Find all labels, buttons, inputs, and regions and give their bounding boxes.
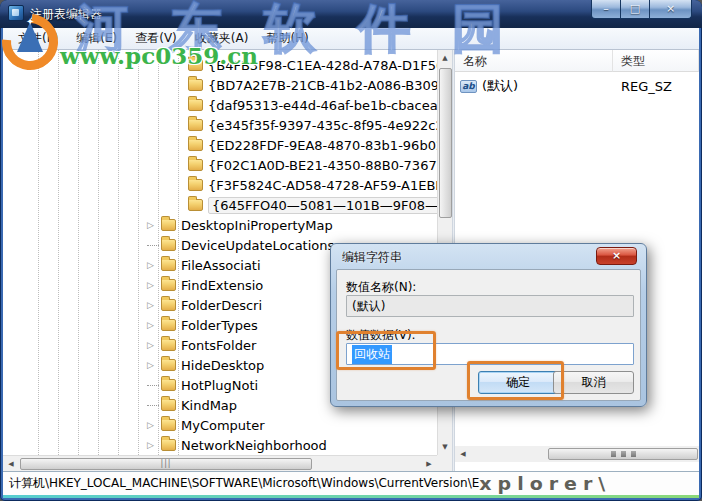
tree-item[interactable]: ▷MyComputer xyxy=(3,415,437,435)
list-horizontal-scrollbar[interactable]: ◀ xyxy=(455,446,699,462)
tree-item-label: FileAssociati xyxy=(181,258,261,273)
folder-icon xyxy=(161,419,176,431)
close-button[interactable]: × xyxy=(650,0,692,19)
status-path-watermark: xplorer\ xyxy=(479,473,611,493)
tree-item-label: NetworkNeighborhood xyxy=(181,438,327,453)
value-name-text: (默认) xyxy=(482,77,518,95)
string-value-icon: ab xyxy=(460,80,477,93)
selected-tree-item-highlight: {645FFO40—5081—101B—9F08—00 xyxy=(208,197,437,214)
tree-item[interactable]: {F3F5824C-AD58-4728-AF59-A1EBE3 xyxy=(3,175,437,195)
scroll-left-icon[interactable]: ◀ xyxy=(455,450,471,458)
maximize-button[interactable]: □ xyxy=(621,0,650,19)
menu-item[interactable]: 文件(F) xyxy=(9,27,67,50)
column-header-name[interactable]: 名称 xyxy=(455,50,613,72)
folder-icon xyxy=(161,279,176,291)
registry-editor-window: 注册表编辑器 – □ × 文件(F)编辑(E)查看(V)收藏夹(A)帮助(H) … xyxy=(0,0,702,501)
tree-item-label: FolderTypes xyxy=(181,318,258,333)
value-type-text: REG_SZ xyxy=(613,79,699,94)
list-header: 名称 类型 xyxy=(455,50,699,72)
tree-item-label: FolderDescri xyxy=(181,298,262,313)
folder-icon xyxy=(188,159,203,171)
folder-icon xyxy=(161,219,176,231)
value-name-label: 数值名称(N): xyxy=(346,279,416,296)
tree-item[interactable]: {F02C1A0D-BE21-4350-88B0-7367F0 xyxy=(3,155,437,175)
folder-icon xyxy=(161,399,176,411)
folder-icon xyxy=(161,239,176,251)
expand-arrow-icon[interactable]: ▷ xyxy=(147,300,161,310)
tree-item[interactable]: {ED228FDF-9EA8-4870-83b1-96b020 xyxy=(3,135,437,155)
folder-icon xyxy=(188,139,203,151)
tree-connector xyxy=(147,245,159,246)
folder-icon xyxy=(188,199,203,211)
expand-arrow-icon[interactable]: ▷ xyxy=(147,360,161,370)
tree-item[interactable]: {645FFO40—5081—101B—9F08—00 xyxy=(3,195,437,215)
tree-item[interactable]: {BD7A2E7B-21CB-41b2-A086-B3096 xyxy=(3,75,437,95)
tree-connector xyxy=(147,405,159,406)
tree-item[interactable]: {e345f35f-9397-435c-8f95-4e922c26 xyxy=(3,115,437,135)
app-icon xyxy=(8,5,24,21)
scroll-up-icon[interactable]: ▲ xyxy=(438,50,452,66)
tree-item-label: {ED228FDF-9EA8-4870-83b1-96b020 xyxy=(208,138,437,153)
tree-item-label: HideDesktop xyxy=(181,358,264,373)
folder-icon xyxy=(161,359,176,371)
list-rows: ab(默认)REG_SZ xyxy=(455,76,699,96)
annotation-highlight-ok xyxy=(467,361,564,400)
expand-arrow-icon[interactable]: ▷ xyxy=(147,280,161,290)
scroll-right-icon[interactable]: ▶ xyxy=(421,460,437,468)
window-bottom-accent xyxy=(3,495,699,498)
folder-icon xyxy=(188,99,203,111)
minimize-button[interactable]: – xyxy=(591,0,621,19)
menu-bar: 文件(F)编辑(E)查看(V)收藏夹(A)帮助(H) xyxy=(3,28,699,50)
scroll-left-icon[interactable]: ◀ xyxy=(3,460,19,468)
expand-arrow-icon[interactable]: ▷ xyxy=(147,260,161,270)
folder-icon xyxy=(161,259,176,271)
list-item[interactable]: ab(默认)REG_SZ xyxy=(455,76,699,96)
folder-icon xyxy=(188,179,203,191)
vertical-scroll-thumb[interactable] xyxy=(439,68,452,218)
horizontal-scroll-thumb[interactable]: ||| xyxy=(20,458,312,470)
tree-item-label: DesktopIniPropertyMap xyxy=(181,218,333,233)
menu-item[interactable]: 收藏夹(A) xyxy=(186,27,258,50)
horizontal-scroll-thumb[interactable] xyxy=(548,448,698,460)
tree-item[interactable]: {daf95313-e44d-46af-be1b-cbacea2 xyxy=(3,95,437,115)
expand-arrow-icon[interactable]: ▷ xyxy=(147,420,161,430)
window-title: 注册表编辑器 xyxy=(30,6,102,23)
tree-connector xyxy=(147,385,159,386)
thumb-grip xyxy=(611,451,636,457)
expand-arrow-icon[interactable]: ▷ xyxy=(147,340,161,350)
status-path: 计算机\HKEY_LOCAL_MACHINE\SOFTWARE\Microsof… xyxy=(9,475,479,492)
tree-item-label: {645FFO40—5081—101B—9F08—00 xyxy=(212,198,437,213)
dialog-close-button[interactable]: × xyxy=(596,247,637,265)
menu-item[interactable]: 查看(V) xyxy=(126,27,186,50)
tree-item-label: {daf95313-e44d-46af-be1b-cbacea2 xyxy=(208,98,437,113)
tree-item[interactable]: ▷NetworkNeighborhood xyxy=(3,435,437,455)
status-bar: 计算机\HKEY_LOCAL_MACHINE\SOFTWARE\Microsof… xyxy=(3,471,699,495)
tree-item-label: DeviceUpdateLocations xyxy=(181,238,334,253)
tree-item-label: {F02C1A0D-BE21-4350-88B0-7367F0 xyxy=(208,158,437,173)
tree-item-label: {BD7A2E7B-21CB-41b2-A086-B3096 xyxy=(208,78,437,93)
tree-horizontal-scrollbar[interactable]: ◀ ||| ▶ xyxy=(3,455,437,471)
tree-item-label: {B4FB3F98-C1EA-428d-A78A-D1F56 xyxy=(208,58,437,73)
folder-icon xyxy=(188,79,203,91)
tree-item-label: KindMap xyxy=(181,398,237,413)
menu-item[interactable]: 编辑(E) xyxy=(67,27,126,50)
menu-item[interactable]: 帮助(H) xyxy=(257,27,317,50)
tree-item-label: {F3F5824C-AD58-4728-AF59-A1EBE3 xyxy=(208,178,437,193)
scroll-down-icon[interactable]: ▼ xyxy=(438,439,452,455)
folder-icon xyxy=(161,319,176,331)
tree-item[interactable]: {B4FB3F98-C1EA-428d-A78A-D1F56 xyxy=(3,55,437,75)
value-name-cell: ab(默认) xyxy=(455,77,613,95)
scrollbar-corner xyxy=(437,455,452,471)
tree-item-label: MyComputer xyxy=(181,418,265,433)
expand-arrow-icon[interactable]: ▷ xyxy=(147,440,161,450)
folder-icon xyxy=(188,119,203,131)
tree-item-label: FindExtensio xyxy=(181,278,263,293)
window-controls: – □ × xyxy=(591,0,692,19)
cancel-button[interactable]: 取消 xyxy=(553,371,634,394)
expand-arrow-icon[interactable]: ▷ xyxy=(147,320,161,330)
column-header-type[interactable]: 类型 xyxy=(613,50,699,72)
folder-icon xyxy=(188,59,203,71)
expand-arrow-icon[interactable]: ▷ xyxy=(147,220,161,230)
folder-icon xyxy=(161,379,176,391)
tree-item[interactable]: ▷DesktopIniPropertyMap xyxy=(3,215,437,235)
